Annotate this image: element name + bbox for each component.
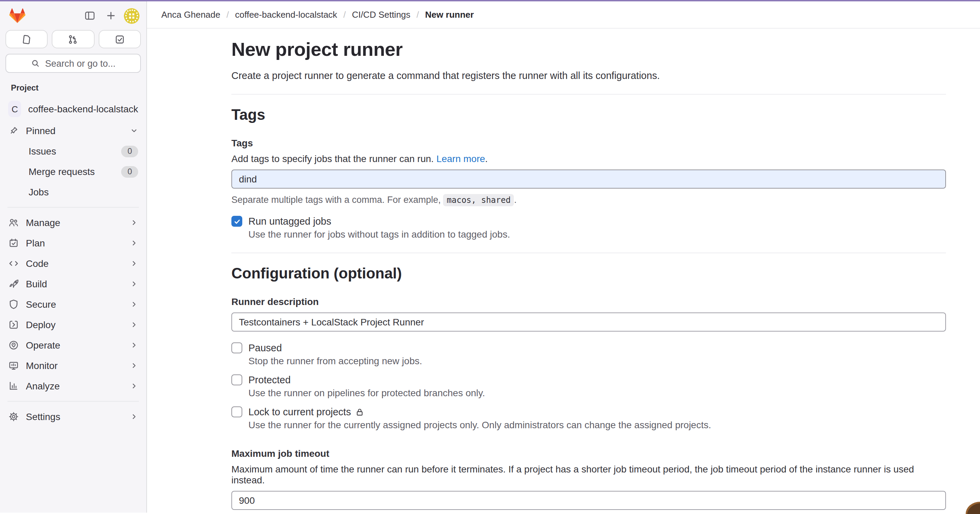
plus-icon [105, 10, 116, 21]
collapse-sidebar-button[interactable] [82, 8, 98, 24]
section-divider [231, 94, 946, 95]
max-job-timeout-input[interactable] [231, 491, 946, 510]
tags-example-code: macos, shared [443, 194, 514, 206]
lock-block: Lock to current projects Use the runner … [231, 406, 946, 430]
sidebar-item-jobs[interactable]: Jobs [0, 182, 146, 202]
chevron-right-icon [130, 361, 138, 370]
chevron-right-icon [130, 280, 138, 288]
lock-label: Lock to current projects [248, 406, 364, 417]
sidebar-item-label: Pinned [26, 125, 56, 136]
topbar: Anca Ghenade / coffee-backend-localstack… [147, 2, 980, 29]
sidebar-header [0, 2, 146, 25]
breadcrumb-cicd-settings[interactable]: CI/CD Settings [352, 10, 410, 20]
learn-more-link[interactable]: Learn more [436, 153, 485, 164]
sidebar-project-item[interactable]: C coffee-backend-localstack [0, 97, 146, 121]
breadcrumb-separator: / [226, 10, 229, 20]
paused-block: Paused Stop the runner from accepting ne… [231, 342, 946, 366]
sidebar-item-plan[interactable]: Plan [0, 233, 146, 253]
chevron-right-icon [130, 382, 138, 390]
paused-checkbox[interactable] [231, 342, 242, 353]
sidebar-item-deploy[interactable]: Deploy [0, 315, 146, 335]
sidebar-item-label: Manage [26, 217, 60, 228]
chevron-right-icon [130, 259, 138, 267]
sidebar-item-build[interactable]: Build [0, 274, 146, 294]
tags-field-label: Tags [231, 137, 946, 148]
sidebar-item-issues[interactable]: Issues 0 [0, 141, 146, 161]
breadcrumb-current: New runner [425, 10, 474, 20]
pin-icon [8, 125, 19, 136]
run-untagged-label: Run untagged jobs [248, 216, 331, 227]
sidebar-item-monitor[interactable]: Monitor [0, 355, 146, 376]
code-icon [8, 258, 19, 269]
runner-description-label: Runner description [231, 296, 946, 307]
users-icon [8, 217, 19, 228]
max-job-timeout-label: Maximum job timeout [231, 448, 946, 459]
protected-block: Protected Use the runner on pipelines fo… [231, 374, 946, 398]
project-avatar: C [8, 101, 21, 117]
sidebar-item-label: Secure [26, 299, 56, 310]
protected-checkbox[interactable] [231, 374, 242, 385]
sidebar-item-label: Plan [26, 238, 45, 248]
search-icon [30, 59, 40, 68]
sidebar-section-label: Project [0, 73, 146, 97]
sidebar-item-label: Issues [29, 146, 56, 157]
sidebar-item-operate[interactable]: Operate [0, 335, 146, 355]
tags-input[interactable] [231, 170, 946, 189]
breadcrumb-user[interactable]: Anca Ghenade [161, 10, 220, 20]
search-placeholder: Search or go to... [45, 58, 115, 68]
monitor-icon [8, 360, 19, 371]
create-new-button[interactable] [103, 8, 119, 24]
breadcrumb-project[interactable]: coffee-backend-localstack [235, 10, 337, 20]
sidebar-item-label: Settings [26, 411, 60, 422]
chart-icon [8, 380, 19, 391]
issues-count-badge: 0 [121, 145, 138, 157]
sidebar-item-manage[interactable]: Manage [0, 212, 146, 233]
gitlab-logo-icon[interactable] [9, 8, 26, 24]
tags-field-help: Add tags to specify jobs that the runner… [231, 153, 946, 164]
lock-checkbox[interactable] [231, 406, 242, 417]
sidebar-item-code[interactable]: Code [0, 253, 146, 274]
chevron-right-icon [130, 239, 138, 247]
sidebar-item-pinned[interactable]: Pinned [0, 121, 146, 141]
page-content: New project runner Create a project runn… [147, 29, 980, 514]
shield-icon [8, 299, 19, 310]
project-name: coffee-backend-localstack [28, 103, 138, 115]
sidebar-item-settings[interactable]: Settings [0, 406, 146, 427]
sidebar-item-secure[interactable]: Secure [0, 294, 146, 315]
globe-pin-icon [8, 340, 19, 351]
run-untagged-block: Run untagged jobs Use the runner for job… [231, 216, 946, 240]
avatar-identicon [124, 8, 140, 24]
run-untagged-checkbox[interactable] [231, 216, 242, 227]
sidebar-item-label: Jobs [29, 186, 49, 197]
lock-help: Use the runner for the currently assigne… [248, 419, 946, 430]
chevron-right-icon [130, 218, 138, 227]
merge-request-icon [68, 34, 79, 45]
configuration-section-heading: Configuration (optional) [231, 264, 946, 283]
merge-requests-shortcut-button[interactable] [52, 30, 95, 48]
sidebar-shortcuts [5, 30, 141, 48]
sidebar-item-analyze[interactable]: Analyze [0, 376, 146, 396]
page-description: Create a project runner to generate a co… [231, 70, 946, 81]
sidebar-item-label: Operate [26, 340, 60, 351]
chevron-right-icon [130, 412, 138, 421]
todo-check-icon [115, 34, 125, 45]
paused-help: Stop the runner from accepting new jobs. [248, 355, 946, 366]
search-input[interactable]: Search or go to... [5, 54, 141, 73]
chevron-right-icon [130, 321, 138, 329]
user-avatar[interactable] [124, 8, 140, 24]
issues-shortcut-button[interactable] [5, 30, 48, 48]
breadcrumb-separator: / [343, 10, 346, 20]
sidebar-divider [8, 401, 139, 402]
sidebar-item-label: Deploy [26, 319, 56, 330]
breadcrumb: Anca Ghenade / coffee-backend-localstack… [161, 10, 474, 20]
todo-list-shortcut-button[interactable] [98, 30, 141, 48]
runner-description-input[interactable] [231, 312, 946, 331]
sidebar-item-label: Code [26, 258, 49, 269]
breadcrumb-separator: / [417, 10, 419, 20]
sidebar-divider [8, 207, 139, 208]
sidebar-item-merge-requests[interactable]: Merge requests 0 [0, 161, 146, 182]
tags-hint: Separate multiple tags with a comma. For… [231, 195, 946, 205]
sidebar-item-label: Analyze [26, 380, 60, 391]
tags-section-heading: Tags [231, 105, 946, 124]
browser-accent-strip [0, 0, 980, 2]
